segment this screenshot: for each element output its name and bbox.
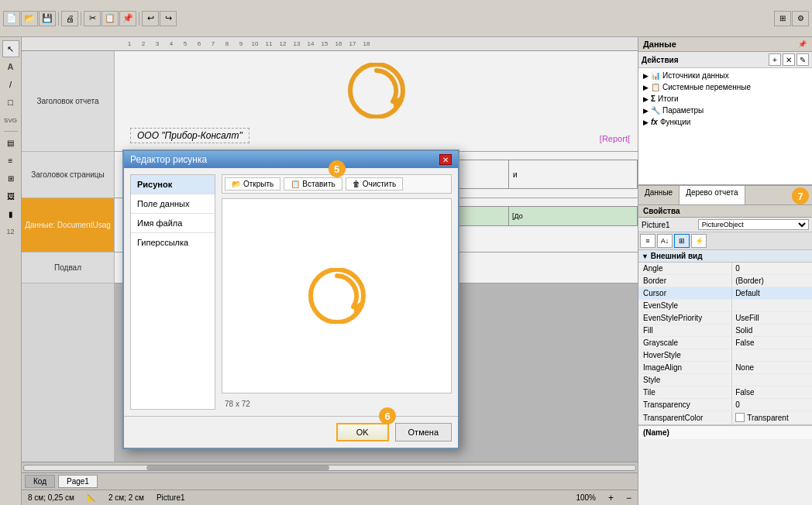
dialog-footer: 6 OK Отмена [124, 416, 458, 448]
ok-button[interactable]: OK [336, 423, 389, 441]
dialog-left-menu: Рисунок Поле данных Имя файла Гиперссылк… [130, 174, 215, 410]
props-toolbar: ≡ A↓ ⊞ ⚡ [638, 232, 812, 250]
tool-number12[interactable]: 12 [2, 223, 19, 240]
object-name-display: Picture1 [642, 221, 697, 229]
toolbar-settings-btn[interactable]: ⚙ [792, 11, 809, 26]
main-toolbar: 📄 📂 💾 🖨 ✂ 📋 📌 ↩ ↪ ⊞ ⚙ [0, 0, 812, 37]
prop-fill[interactable]: Fill Solid [638, 325, 812, 337]
panel-title: Данные [643, 40, 676, 49]
tool-cursor[interactable]: ↖ [2, 40, 19, 57]
menu-item-filename[interactable]: Имя файла [131, 214, 215, 233]
expand-icon-5: ▶ [643, 119, 649, 126]
toolbar-print-btn[interactable]: 🖨 [61, 11, 78, 26]
funcs-icon: fx [651, 118, 658, 126]
paste-label: Вставить [302, 180, 335, 188]
prop-evenstylepriority[interactable]: EvenStylePriority UseFill [638, 312, 812, 325]
menu-item-picture[interactable]: Рисунок [131, 175, 215, 194]
prop-tile[interactable]: Tile False [638, 386, 812, 399]
dialog-overlay: Редактор рисунка ✕ Рисунок Поле данных И… [22, 37, 638, 505]
open-btn[interactable]: 📂 Открыть [225, 177, 280, 191]
actions-label: Действия [642, 56, 679, 64]
dialog-titlebar: Редактор рисунка ✕ [124, 151, 458, 168]
datasource-label: Источники данных [662, 71, 729, 80]
prop-style[interactable]: Style [638, 374, 812, 386]
tool-barcode[interactable]: ▮ [2, 205, 19, 222]
toolbar-new-btn[interactable]: 📄 [3, 11, 20, 26]
tab-data[interactable]: Данные [638, 186, 680, 204]
prop-angle[interactable]: Angle 0 [638, 263, 812, 275]
tool-rect[interactable]: □ [2, 94, 19, 111]
cancel-button[interactable]: Отмена [395, 423, 452, 441]
toolbar-copy-btn[interactable]: 📋 [102, 11, 119, 26]
toolbar-undo-btn[interactable]: ↩ [142, 11, 159, 26]
badge-5: 5 [329, 160, 346, 177]
menu-item-datafield[interactable]: Поле данных [131, 194, 215, 214]
tree-item-totals[interactable]: ▶ Σ Итоги [640, 93, 810, 105]
clear-btn[interactable]: 🗑 Очистить [346, 177, 404, 191]
sysvar-label: Системные переменные [662, 83, 751, 91]
tab-tree[interactable]: Дерево отчета [680, 186, 745, 204]
tool-text[interactable]: A [2, 58, 19, 75]
prop-hoverstyle[interactable]: HoverStyle [638, 349, 812, 362]
tool-band[interactable]: ▤ [2, 134, 19, 151]
tool-line[interactable]: / [2, 76, 19, 93]
prop-cursor[interactable]: Cursor Default [638, 287, 812, 300]
toolbar-open-btn[interactable]: 📂 [21, 11, 38, 26]
tool-svg[interactable]: SVG [2, 112, 19, 129]
toolbar-grid-btn[interactable]: ⊞ [774, 11, 791, 26]
expand-icon-2: ▶ [643, 84, 649, 91]
props-table-scroll: ▼ Внешний вид Angle 0 Border (Border) [638, 250, 812, 505]
picture-editor-dialog: Редактор рисунка ✕ Рисунок Поле данных И… [122, 149, 459, 449]
data-tree: ▶ 📊 Источники данных ▶ 📋 Системные перем… [638, 68, 812, 184]
object-selector-row: Picture1 PictureObject [638, 218, 812, 232]
params-label: Параметры [662, 106, 704, 115]
prop-transparency[interactable]: Transparency 0 [638, 399, 812, 411]
open-label: Открыть [243, 180, 274, 188]
open-icon: 📂 [232, 180, 241, 188]
prop-evenstyle[interactable]: EvenStyle [638, 300, 812, 312]
tool-image[interactable]: 🖼 [2, 187, 19, 204]
toolbar-save-btn[interactable]: 💾 [39, 11, 56, 26]
tree-item-funcs[interactable]: ▶ fx Функции [640, 116, 810, 128]
totals-icon: Σ [651, 94, 655, 103]
panel-tabs: Данные Дерево отчета 7 [638, 184, 812, 205]
prop-imagealign[interactable]: ImageAlign None [638, 362, 812, 374]
object-type-select[interactable]: PictureObject [698, 219, 809, 230]
badge-7: 7 [792, 187, 809, 204]
paste-icon: 📋 [291, 180, 300, 188]
tree-item-sysvars[interactable]: ▶ 📋 Системные переменные [640, 81, 810, 93]
tree-item-params[interactable]: ▶ 🔧 Параметры [640, 105, 810, 116]
props-tool-event[interactable]: ⚡ [691, 234, 707, 248]
props-tool-grid[interactable]: ⊞ [674, 234, 690, 248]
menu-item-hyperlink[interactable]: Гиперссылка [131, 233, 215, 252]
toolbar-cut-btn[interactable]: ✂ [84, 11, 101, 26]
params-icon: 🔧 [651, 106, 660, 115]
clear-icon: 🗑 [353, 180, 360, 188]
tree-item-datasources[interactable]: ▶ 📊 Источники данных [640, 70, 810, 81]
group-appearance: ▼ Внешний вид [638, 250, 812, 263]
totals-label: Итоги [658, 94, 678, 103]
toolbar-paste-btn[interactable]: 📌 [119, 11, 136, 26]
properties-panel: Свойства Picture1 PictureObject ≡ A↓ ⊞ ⚡ [638, 205, 812, 505]
expand-icon: ▶ [643, 72, 649, 80]
action-edit-btn[interactable]: ✎ [797, 53, 809, 66]
sysvar-icon: 📋 [651, 83, 660, 91]
toolbar-redo-btn[interactable]: ↪ [160, 11, 177, 26]
paste-btn[interactable]: 📋 Вставить [284, 177, 342, 191]
right-panel: Данные 📌 Действия + ✕ ✎ ▶ 📊 Источники да… [638, 37, 812, 505]
datasource-icon: 📊 [651, 71, 660, 80]
prop-border[interactable]: Border (Border) [638, 275, 812, 287]
tool-sub[interactable]: ≡ [2, 152, 19, 169]
prop-grayscale[interactable]: Grayscale False [638, 337, 812, 349]
dialog-close-btn[interactable]: ✕ [439, 154, 452, 165]
action-del-btn[interactable]: ✕ [783, 53, 795, 66]
actions-bar: Действия + ✕ ✎ [638, 52, 812, 68]
action-add-btn[interactable]: + [769, 53, 781, 66]
dialog-title: Редактор рисунка [130, 154, 207, 165]
props-tool-az[interactable]: A↓ [657, 234, 673, 248]
prop-name-row: (Name) [638, 425, 812, 439]
panel-dock-btn[interactable]: 📌 [797, 40, 807, 49]
tool-table[interactable]: ⊞ [2, 170, 19, 187]
props-tool-abc[interactable]: ≡ [640, 234, 655, 248]
prop-transparentcolor[interactable]: TransparentColor Transparent [638, 411, 812, 426]
